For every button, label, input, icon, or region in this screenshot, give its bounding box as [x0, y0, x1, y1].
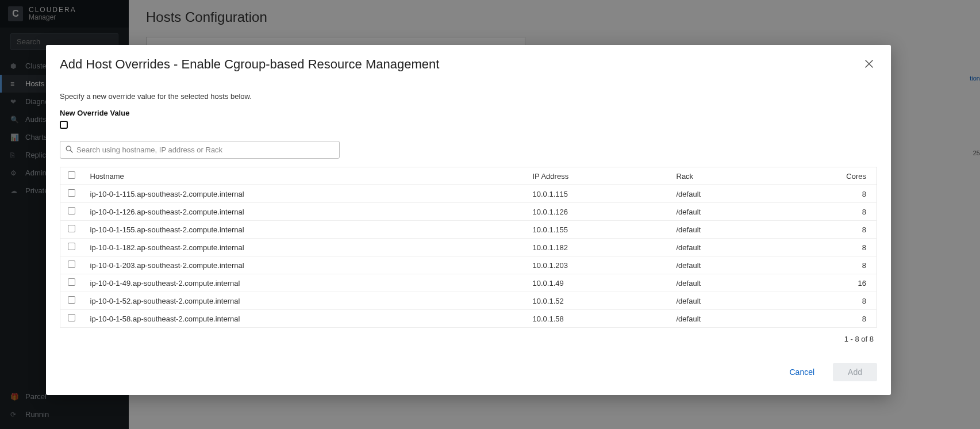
- override-value-label: New Override Value: [60, 109, 877, 117]
- cell-hostname: ip-10-0-1-115.ap-southeast-2.compute.int…: [83, 185, 526, 203]
- cell-cores: 8: [819, 203, 877, 221]
- host-search-input[interactable]: [60, 141, 340, 159]
- cell-cores: 8: [819, 239, 877, 256]
- cell-cores: 8: [819, 185, 877, 203]
- cell-rack: /default: [670, 292, 819, 310]
- cell-hostname: ip-10-0-1-182.ap-southeast-2.compute.int…: [83, 239, 526, 256]
- cell-ip: 10.0.1.52: [526, 292, 670, 310]
- col-ip[interactable]: IP Address: [526, 167, 670, 185]
- close-icon[interactable]: [861, 56, 877, 72]
- cell-hostname: ip-10-0-1-58.ap-southeast-2.compute.inte…: [83, 310, 526, 328]
- cell-ip: 10.0.1.115: [526, 185, 670, 203]
- cell-ip: 10.0.1.58: [526, 310, 670, 328]
- svg-line-1: [71, 150, 73, 152]
- col-rack[interactable]: Rack: [670, 167, 819, 185]
- cell-rack: /default: [670, 239, 819, 256]
- cell-rack: /default: [670, 256, 819, 274]
- row-checkbox[interactable]: [68, 296, 75, 304]
- cell-hostname: ip-10-0-1-203.ap-southeast-2.compute.int…: [83, 256, 526, 274]
- add-button[interactable]: Add: [833, 363, 877, 381]
- cell-cores: 8: [819, 292, 877, 310]
- cell-hostname: ip-10-0-1-126.ap-southeast-2.compute.int…: [83, 203, 526, 221]
- cell-ip: 10.0.1.126: [526, 203, 670, 221]
- cell-ip: 10.0.1.203: [526, 256, 670, 274]
- hosts-table-header-row: Hostname IP Address Rack Cores: [60, 167, 877, 185]
- modal-title: Add Host Overrides - Enable Cgroup-based…: [60, 57, 861, 72]
- cell-hostname: ip-10-0-1-49.ap-southeast-2.compute.inte…: [83, 274, 526, 292]
- cell-rack: /default: [670, 310, 819, 328]
- row-checkbox[interactable]: [68, 225, 75, 232]
- cell-cores: 8: [819, 256, 877, 274]
- row-checkbox[interactable]: [68, 278, 75, 286]
- modal-footer: Cancel Add: [46, 359, 891, 395]
- col-cores[interactable]: Cores: [819, 167, 877, 185]
- cell-ip: 10.0.1.182: [526, 239, 670, 256]
- table-row[interactable]: ip-10-0-1-155.ap-southeast-2.compute.int…: [60, 221, 877, 239]
- row-checkbox[interactable]: [68, 261, 75, 268]
- modal-body: Specify a new override value for the sel…: [46, 79, 891, 359]
- select-all-checkbox[interactable]: [68, 171, 75, 179]
- modal-header: Add Host Overrides - Enable Cgroup-based…: [46, 45, 891, 79]
- row-checkbox[interactable]: [68, 189, 75, 197]
- cell-rack: /default: [670, 274, 819, 292]
- modal-description: Specify a new override value for the sel…: [60, 92, 877, 101]
- cell-hostname: ip-10-0-1-52.ap-southeast-2.compute.inte…: [83, 292, 526, 310]
- search-icon: [66, 145, 73, 155]
- hosts-table: Hostname IP Address Rack Cores ip-10-0-1…: [60, 167, 877, 328]
- cell-rack: /default: [670, 221, 819, 239]
- add-host-overrides-modal: Add Host Overrides - Enable Cgroup-based…: [46, 45, 891, 395]
- cell-ip: 10.0.1.155: [526, 221, 670, 239]
- row-checkbox[interactable]: [68, 243, 75, 250]
- row-checkbox[interactable]: [68, 207, 75, 215]
- table-row[interactable]: ip-10-0-1-49.ap-southeast-2.compute.inte…: [60, 274, 877, 292]
- table-row[interactable]: ip-10-0-1-52.ap-southeast-2.compute.inte…: [60, 292, 877, 310]
- table-row[interactable]: ip-10-0-1-126.ap-southeast-2.compute.int…: [60, 203, 877, 221]
- cell-ip: 10.0.1.49: [526, 274, 670, 292]
- pagination-summary: 1 - 8 of 8: [60, 328, 877, 357]
- table-row[interactable]: ip-10-0-1-182.ap-southeast-2.compute.int…: [60, 239, 877, 256]
- cell-hostname: ip-10-0-1-155.ap-southeast-2.compute.int…: [83, 221, 526, 239]
- override-value-checkbox[interactable]: [60, 121, 68, 129]
- table-row[interactable]: ip-10-0-1-203.ap-southeast-2.compute.int…: [60, 256, 877, 274]
- cell-rack: /default: [670, 185, 819, 203]
- cell-rack: /default: [670, 203, 819, 221]
- host-search: [60, 141, 340, 159]
- cell-cores: 8: [819, 310, 877, 328]
- cell-cores: 8: [819, 221, 877, 239]
- cell-cores: 16: [819, 274, 877, 292]
- table-row[interactable]: ip-10-0-1-58.ap-southeast-2.compute.inte…: [60, 310, 877, 328]
- table-row[interactable]: ip-10-0-1-115.ap-southeast-2.compute.int…: [60, 185, 877, 203]
- cancel-button[interactable]: Cancel: [780, 363, 824, 381]
- row-checkbox[interactable]: [68, 314, 75, 321]
- col-hostname[interactable]: Hostname: [83, 167, 526, 185]
